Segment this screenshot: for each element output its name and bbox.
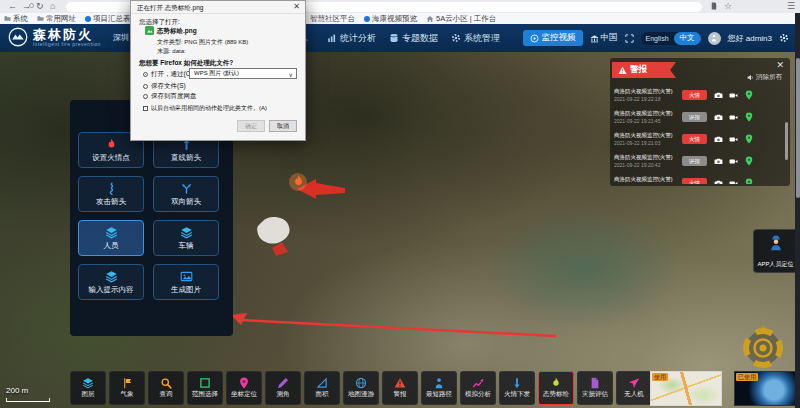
close-icon[interactable]: ✕ (776, 60, 784, 70)
bookmark-folder[interactable]: 常用网址 (37, 14, 76, 24)
tool-search[interactable]: 查询 (148, 371, 184, 405)
bookmark-star-icon[interactable]: ☆ (724, 0, 732, 13)
tool-range-select[interactable]: 范围选择 (187, 371, 223, 405)
library-icon[interactable] (710, 2, 718, 10)
alarm-scrollbar[interactable] (785, 122, 788, 160)
false-alarm-tag-button[interactable]: 误报 (682, 112, 707, 122)
bookmark-folder[interactable]: 系统 (4, 14, 28, 24)
gear-icon (451, 33, 461, 43)
home-icon[interactable]: ⌂ (50, 0, 55, 13)
location-pin-icon[interactable] (744, 178, 754, 184)
nav-item-thematic-data[interactable]: 专题数据 (389, 32, 438, 45)
input-prompt-button[interactable]: 输入提示内容 (78, 264, 144, 300)
nav-item-system-admin[interactable]: 系统管理 (451, 32, 500, 45)
lang-english[interactable]: English (641, 35, 674, 42)
alarm-title: 警报 (630, 64, 647, 76)
camera-icon[interactable] (714, 157, 723, 166)
fire-glow (289, 173, 307, 191)
fire-tag-button[interactable]: 火情 (682, 134, 707, 144)
tool-simulation-analysis[interactable]: 模拟分析 (460, 371, 496, 405)
generate-image-button[interactable]: 生成图片 (153, 264, 219, 300)
play-circle-icon (530, 34, 539, 43)
tool-coordinate-locate[interactable]: 坐标定位 (226, 371, 262, 405)
tool-situation-plot[interactable]: 态势标绘 (538, 371, 574, 405)
radio-icon[interactable] (143, 84, 148, 89)
close-icon[interactable]: ✕ (293, 2, 300, 11)
ok-button[interactable]: 确定 (237, 120, 265, 132)
radio-save-cloud[interactable]: 保存到百度网盘 (143, 92, 197, 101)
browser-menu-icon[interactable]: ☰ (787, 0, 795, 13)
two-way-arrow-button[interactable]: 双向箭头 (153, 176, 219, 212)
compass-control[interactable]: N (740, 324, 786, 370)
tool-measure-angle[interactable]: 测角 (265, 371, 301, 405)
reload-icon[interactable]: ↻ (36, 0, 44, 13)
cancel-button[interactable]: 取消 (269, 120, 297, 132)
tool-damage-assessment[interactable]: 灾损评估 (577, 371, 613, 405)
lang-chinese[interactable]: 中文 (674, 32, 701, 45)
radio-open-with[interactable]: 打开，通过(O) (143, 70, 193, 79)
video-camera-icon[interactable] (729, 113, 738, 122)
alarm-row-time: 2021-09-22 19:20:42 (614, 162, 680, 168)
bookmark-item[interactable]: 5A云小区 | 工作台 (426, 14, 496, 24)
site-info-icon[interactable] (29, 3, 34, 8)
map-viewport[interactable]: 设置火情点 直线箭头 攻击箭头 双向箭头 人员 车辆 输入提示内容 生成图片 警… (0, 52, 800, 408)
pin-icon (238, 377, 250, 389)
zigzag-arrow-icon (472, 377, 484, 389)
plot-line-arrowhead (231, 313, 247, 325)
fullscreen-icon[interactable] (625, 34, 634, 43)
tool-weather[interactable]: 气象 (109, 371, 145, 405)
page-scrollbar[interactable] (795, 13, 800, 408)
basemap-street-thumbnail[interactable]: 使用 (650, 371, 722, 406)
radio-save-file[interactable]: 保存文件(S) (143, 82, 186, 91)
fire-tag-button[interactable]: 火情 (682, 178, 707, 184)
alarm-ribbon: 警报 (612, 62, 676, 78)
flame-icon (105, 138, 118, 151)
back-icon[interactable]: ← (8, 0, 17, 13)
monitor-video-button[interactable]: 监控视频 (523, 30, 583, 46)
false-alarm-tag-button[interactable]: 误报 (682, 156, 707, 166)
language-toggle[interactable]: English 中文 (641, 32, 701, 45)
camera-icon[interactable] (714, 91, 723, 100)
tool-fire-dispatch[interactable]: 火情下发 (499, 371, 535, 405)
clear-all-button[interactable]: 消除所有 (747, 73, 782, 82)
bookmark-item[interactable]: 智慧社区平台 (310, 14, 355, 24)
camera-icon[interactable] (714, 179, 723, 185)
personnel-button[interactable]: 人员 (78, 220, 144, 256)
thumb-chip: 已使用 (736, 373, 758, 381)
tool-area[interactable]: 面积 (304, 371, 340, 405)
location-pin-icon[interactable] (744, 90, 754, 100)
avatar[interactable] (708, 32, 721, 45)
camera-icon[interactable] (714, 135, 723, 144)
video-camera-icon[interactable] (729, 91, 738, 100)
video-camera-icon[interactable] (729, 157, 738, 166)
bookmark-label: 智慧社区平台 (310, 14, 355, 24)
tool-drone[interactable]: 无人机 (616, 371, 652, 405)
checkbox-icon[interactable] (143, 106, 148, 111)
country-selector[interactable]: 中国 (590, 32, 618, 44)
attack-arrow-button[interactable]: 攻击箭头 (78, 176, 144, 212)
tool-shortest-path[interactable]: 最短路径 (421, 371, 457, 405)
radio-icon[interactable] (143, 94, 148, 99)
bookmark-item[interactable]: 海康视频预览 (364, 14, 417, 24)
warning-icon (618, 66, 627, 75)
vehicle-button[interactable]: 车辆 (153, 220, 219, 256)
settings-gear-icon[interactable] (779, 33, 789, 43)
basemap-earth-thumbnail[interactable]: 已使用 (734, 371, 796, 406)
location-pin-icon[interactable] (744, 134, 754, 144)
app-personnel-locate-button[interactable]: APP人员定位 (753, 229, 798, 273)
nav-item-statistics[interactable]: 统计分析 (327, 32, 376, 45)
location-pin-icon[interactable] (744, 156, 754, 166)
tool-layers[interactable]: 图层 (70, 371, 106, 405)
tool-alarm[interactable]: 警报 (382, 371, 418, 405)
video-camera-icon[interactable] (729, 135, 738, 144)
checkbox-remember[interactable]: 以后自动采用相同的动作处理此类文件。(A) (143, 104, 267, 113)
camera-icon[interactable] (714, 113, 723, 122)
location-pin-icon[interactable] (744, 112, 754, 122)
fire-tag-button[interactable]: 火情 (682, 90, 707, 100)
video-camera-icon[interactable] (729, 179, 738, 185)
open-with-dropdown[interactable]: WPS 图片 (默认)∨ (189, 68, 297, 79)
scrollbar-thumb[interactable] (796, 58, 800, 198)
tool-map-roam[interactable]: 地图漫游 (343, 371, 379, 405)
radio-icon[interactable] (143, 72, 148, 77)
alarm-row-time: 2021-09-22 19:21:45 (614, 118, 680, 124)
